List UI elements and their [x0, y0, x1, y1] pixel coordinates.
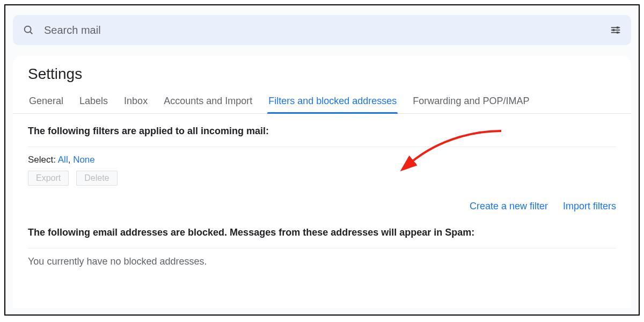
settings-tabs: General Labels Inbox Accounts and Import… — [13, 91, 631, 114]
select-label: Select: — [28, 155, 56, 165]
svg-rect-5 — [617, 27, 619, 29]
tab-inbox[interactable]: Inbox — [123, 91, 149, 113]
svg-rect-6 — [613, 29, 615, 31]
select-row: Select: All, None — [28, 155, 616, 165]
search-input[interactable] — [43, 24, 610, 37]
tab-filters[interactable]: Filters and blocked addresses — [267, 91, 398, 113]
search-icon — [23, 24, 34, 36]
import-filters-link[interactable]: Import filters — [563, 201, 616, 212]
filter-bulk-buttons: Export Delete — [28, 171, 616, 186]
filter-links-row: Create a new filter Import filters — [28, 201, 616, 212]
export-button: Export — [28, 171, 69, 186]
select-all-link[interactable]: All — [58, 155, 68, 165]
tab-general[interactable]: General — [28, 91, 64, 113]
app-frame: Settings General Labels Inbox Accounts a… — [4, 4, 640, 316]
filters-section: The following filters are applied to all… — [13, 114, 631, 137]
svg-rect-7 — [617, 32, 619, 34]
create-filter-link[interactable]: Create a new filter — [470, 201, 548, 212]
blocked-empty-text: You currently have no blocked addresses. — [28, 256, 616, 267]
settings-card: Settings General Labels Inbox Accounts a… — [13, 56, 631, 308]
divider — [28, 147, 616, 147]
tab-forwarding[interactable]: Forwarding and POP/IMAP — [412, 91, 530, 113]
svg-line-1 — [30, 32, 32, 34]
page-title: Settings — [28, 65, 616, 83]
delete-button: Delete — [76, 171, 117, 186]
search-bar[interactable] — [13, 15, 631, 45]
tab-labels[interactable]: Labels — [78, 91, 109, 113]
select-none-link[interactable]: None — [73, 155, 95, 165]
blocked-section: The following email addresses are blocke… — [13, 212, 631, 238]
blocked-heading: The following email addresses are blocke… — [28, 227, 616, 238]
tab-accounts[interactable]: Accounts and Import — [163, 91, 253, 113]
divider — [28, 248, 616, 248]
tune-icon[interactable] — [610, 24, 621, 36]
filters-heading: The following filters are applied to all… — [28, 126, 616, 137]
svg-point-0 — [25, 26, 31, 33]
